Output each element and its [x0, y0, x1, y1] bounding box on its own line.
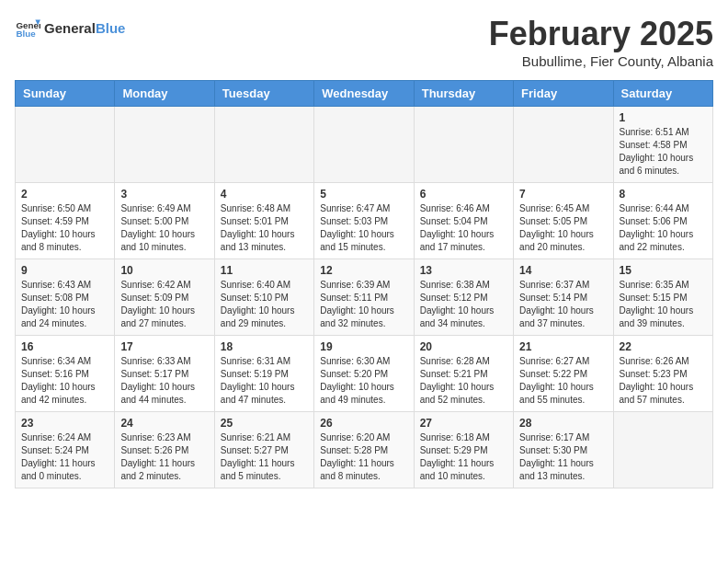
- day-number: 5: [320, 188, 407, 201]
- day-number: 26: [320, 417, 407, 430]
- calendar-cell: 18Sunrise: 6:31 AM Sunset: 5:19 PM Dayli…: [214, 336, 313, 412]
- calendar-cell: 17Sunrise: 6:33 AM Sunset: 5:17 PM Dayli…: [115, 336, 214, 412]
- day-info: Sunrise: 6:23 AM Sunset: 5:26 PM Dayligh…: [120, 431, 208, 483]
- day-info: Sunrise: 6:28 AM Sunset: 5:21 PM Dayligh…: [420, 355, 507, 407]
- day-number: 25: [221, 417, 308, 430]
- day-info: Sunrise: 6:24 AM Sunset: 5:24 PM Dayligh…: [21, 431, 108, 483]
- day-number: 7: [519, 188, 607, 201]
- week-row-1: 1Sunrise: 6:51 AM Sunset: 4:58 PM Daylig…: [16, 107, 713, 183]
- day-info: Sunrise: 6:34 AM Sunset: 5:16 PM Dayligh…: [21, 355, 108, 407]
- day-info: Sunrise: 6:40 AM Sunset: 5:10 PM Dayligh…: [221, 279, 308, 330]
- day-number: 1: [620, 111, 707, 124]
- calendar-cell: 15Sunrise: 6:35 AM Sunset: 5:15 PM Dayli…: [613, 259, 712, 336]
- calendar-cell: 20Sunrise: 6:28 AM Sunset: 5:21 PM Dayli…: [414, 336, 513, 412]
- logo-blue: Blue: [96, 20, 126, 36]
- weekday-header-thursday: Thursday: [414, 81, 513, 107]
- day-number: 18: [221, 340, 308, 353]
- page-header: General Blue GeneralBlue February 2025 B…: [15, 15, 713, 69]
- week-row-5: 23Sunrise: 6:24 AM Sunset: 5:24 PM Dayli…: [16, 412, 713, 488]
- calendar-cell: [613, 412, 712, 488]
- location-title: Bubullime, Fier County, Albania: [489, 53, 713, 69]
- weekday-header-wednesday: Wednesday: [314, 81, 414, 107]
- day-info: Sunrise: 6:27 AM Sunset: 5:22 PM Dayligh…: [519, 355, 607, 407]
- day-info: Sunrise: 6:21 AM Sunset: 5:27 PM Dayligh…: [221, 431, 308, 483]
- day-number: 20: [420, 340, 507, 353]
- calendar-cell: [314, 107, 414, 183]
- weekday-header-saturday: Saturday: [613, 81, 712, 107]
- calendar-cell: 21Sunrise: 6:27 AM Sunset: 5:22 PM Dayli…: [514, 336, 613, 412]
- svg-text:Blue: Blue: [16, 29, 36, 39]
- day-info: Sunrise: 6:33 AM Sunset: 5:17 PM Dayligh…: [120, 355, 208, 407]
- logo-general: General: [44, 20, 96, 36]
- day-info: Sunrise: 6:39 AM Sunset: 5:11 PM Dayligh…: [320, 279, 407, 330]
- day-info: Sunrise: 6:30 AM Sunset: 5:20 PM Dayligh…: [320, 355, 407, 407]
- day-info: Sunrise: 6:31 AM Sunset: 5:19 PM Dayligh…: [221, 355, 308, 407]
- calendar-cell: 28Sunrise: 6:17 AM Sunset: 5:30 PM Dayli…: [514, 412, 613, 488]
- calendar-table: SundayMondayTuesdayWednesdayThursdayFrid…: [15, 80, 713, 488]
- calendar-cell: 19Sunrise: 6:30 AM Sunset: 5:20 PM Dayli…: [314, 336, 414, 412]
- calendar-cell: [16, 107, 115, 183]
- day-number: 22: [620, 340, 707, 353]
- calendar-cell: 7Sunrise: 6:45 AM Sunset: 5:05 PM Daylig…: [514, 183, 613, 259]
- day-number: 15: [620, 264, 707, 277]
- day-info: Sunrise: 6:45 AM Sunset: 5:05 PM Dayligh…: [519, 202, 607, 254]
- calendar-cell: 2Sunrise: 6:50 AM Sunset: 4:59 PM Daylig…: [16, 183, 115, 259]
- calendar-cell: [214, 107, 313, 183]
- day-number: 12: [320, 264, 407, 277]
- week-row-2: 2Sunrise: 6:50 AM Sunset: 4:59 PM Daylig…: [16, 183, 713, 259]
- day-info: Sunrise: 6:49 AM Sunset: 5:00 PM Dayligh…: [120, 202, 208, 254]
- day-number: 11: [221, 264, 308, 277]
- day-number: 13: [420, 264, 507, 277]
- calendar-cell: 8Sunrise: 6:44 AM Sunset: 5:06 PM Daylig…: [613, 183, 712, 259]
- week-row-4: 16Sunrise: 6:34 AM Sunset: 5:16 PM Dayli…: [16, 336, 713, 412]
- logo: General Blue GeneralBlue: [15, 15, 125, 40]
- day-info: Sunrise: 6:51 AM Sunset: 4:58 PM Dayligh…: [620, 126, 707, 178]
- calendar-cell: 1Sunrise: 6:51 AM Sunset: 4:58 PM Daylig…: [613, 107, 712, 183]
- day-number: 19: [320, 340, 407, 353]
- calendar-cell: 4Sunrise: 6:48 AM Sunset: 5:01 PM Daylig…: [214, 183, 313, 259]
- day-number: 9: [21, 264, 108, 277]
- day-number: 23: [21, 417, 108, 430]
- day-info: Sunrise: 6:17 AM Sunset: 5:30 PM Dayligh…: [519, 431, 607, 483]
- logo-icon: General Blue: [15, 15, 40, 40]
- calendar-cell: 26Sunrise: 6:20 AM Sunset: 5:28 PM Dayli…: [314, 412, 414, 488]
- day-number: 14: [519, 264, 607, 277]
- day-number: 28: [519, 417, 607, 430]
- day-info: Sunrise: 6:50 AM Sunset: 4:59 PM Dayligh…: [21, 202, 108, 254]
- day-info: Sunrise: 6:44 AM Sunset: 5:06 PM Dayligh…: [620, 202, 707, 254]
- month-title: February 2025: [489, 15, 713, 53]
- day-info: Sunrise: 6:48 AM Sunset: 5:01 PM Dayligh…: [221, 202, 308, 254]
- weekday-header-row: SundayMondayTuesdayWednesdayThursdayFrid…: [16, 81, 713, 107]
- day-number: 24: [120, 417, 208, 430]
- day-info: Sunrise: 6:43 AM Sunset: 5:08 PM Dayligh…: [21, 279, 108, 330]
- calendar-cell: 9Sunrise: 6:43 AM Sunset: 5:08 PM Daylig…: [16, 259, 115, 336]
- calendar-cell: 25Sunrise: 6:21 AM Sunset: 5:27 PM Dayli…: [214, 412, 313, 488]
- calendar-cell: 10Sunrise: 6:42 AM Sunset: 5:09 PM Dayli…: [115, 259, 214, 336]
- calendar-cell: 16Sunrise: 6:34 AM Sunset: 5:16 PM Dayli…: [16, 336, 115, 412]
- calendar-cell: [514, 107, 613, 183]
- day-number: 17: [120, 340, 208, 353]
- calendar-cell: 14Sunrise: 6:37 AM Sunset: 5:14 PM Dayli…: [514, 259, 613, 336]
- day-number: 2: [21, 188, 108, 201]
- weekday-header-tuesday: Tuesday: [214, 81, 313, 107]
- title-block: February 2025 Bubullime, Fier County, Al…: [489, 15, 713, 69]
- day-info: Sunrise: 6:20 AM Sunset: 5:28 PM Dayligh…: [320, 431, 407, 483]
- weekday-header-friday: Friday: [514, 81, 613, 107]
- day-number: 3: [120, 188, 208, 201]
- day-number: 10: [120, 264, 208, 277]
- calendar-cell: 6Sunrise: 6:46 AM Sunset: 5:04 PM Daylig…: [414, 183, 513, 259]
- day-info: Sunrise: 6:38 AM Sunset: 5:12 PM Dayligh…: [420, 279, 507, 330]
- weekday-header-monday: Monday: [115, 81, 214, 107]
- calendar-cell: 23Sunrise: 6:24 AM Sunset: 5:24 PM Dayli…: [16, 412, 115, 488]
- calendar-cell: 5Sunrise: 6:47 AM Sunset: 5:03 PM Daylig…: [314, 183, 414, 259]
- day-number: 4: [221, 188, 308, 201]
- calendar-cell: [414, 107, 513, 183]
- day-number: 21: [519, 340, 607, 353]
- day-number: 6: [420, 188, 507, 201]
- day-number: 27: [420, 417, 507, 430]
- calendar-cell: 13Sunrise: 6:38 AM Sunset: 5:12 PM Dayli…: [414, 259, 513, 336]
- day-number: 8: [620, 188, 707, 201]
- day-number: 16: [21, 340, 108, 353]
- day-info: Sunrise: 6:42 AM Sunset: 5:09 PM Dayligh…: [120, 279, 208, 330]
- day-info: Sunrise: 6:18 AM Sunset: 5:29 PM Dayligh…: [420, 431, 507, 483]
